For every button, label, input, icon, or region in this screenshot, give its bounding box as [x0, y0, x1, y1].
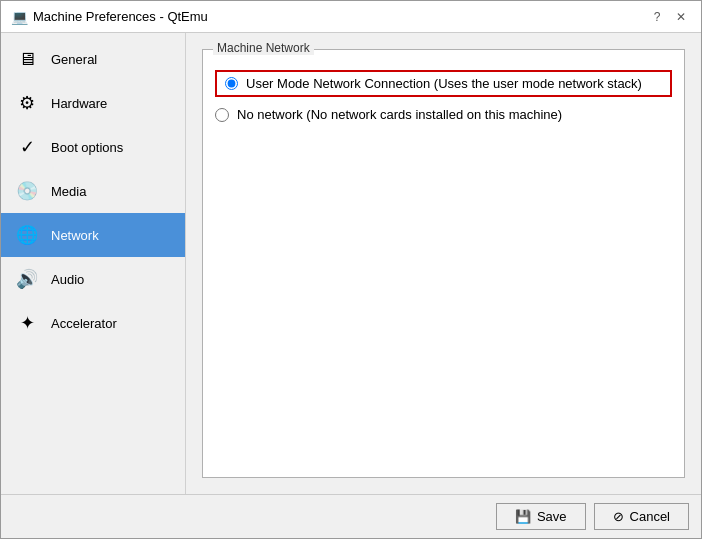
network-option-no-network[interactable]: No network (No network cards installed o… [215, 107, 672, 122]
sidebar-item-media[interactable]: 💿 Media [1, 169, 185, 213]
boot-options-icon: ✓ [13, 133, 41, 161]
sidebar-item-boot-options[interactable]: ✓ Boot options [1, 125, 185, 169]
content-area: 🖥 General ⚙ Hardware ✓ Boot options 💿 Me… [1, 33, 701, 494]
save-label: Save [537, 509, 567, 524]
accelerator-icon: ✦ [13, 309, 41, 337]
window-title: Machine Preferences - QtEmu [33, 9, 208, 24]
sidebar-item-general[interactable]: 🖥 General [1, 37, 185, 81]
network-label: Network [51, 228, 99, 243]
audio-label: Audio [51, 272, 84, 287]
help-button[interactable]: ? [647, 7, 667, 27]
media-icon: 💿 [13, 177, 41, 205]
boot-options-label: Boot options [51, 140, 123, 155]
audio-icon: 🔊 [13, 265, 41, 293]
hardware-label: Hardware [51, 96, 107, 111]
save-button[interactable]: 💾 Save [496, 503, 586, 530]
close-button[interactable]: ✕ [671, 7, 691, 27]
sidebar-item-audio[interactable]: 🔊 Audio [1, 257, 185, 301]
network-group: Machine Network User Mode Network Connec… [202, 49, 685, 478]
main-window: 💻 Machine Preferences - QtEmu ? ✕ 🖥 Gene… [0, 0, 702, 539]
network-icon: 🌐 [13, 221, 41, 249]
accelerator-label: Accelerator [51, 316, 117, 331]
media-label: Media [51, 184, 86, 199]
cancel-icon: ⊘ [613, 509, 624, 524]
titlebar: 💻 Machine Preferences - QtEmu ? ✕ [1, 1, 701, 33]
sidebar-item-network[interactable]: 🌐 Network [1, 213, 185, 257]
general-label: General [51, 52, 97, 67]
titlebar-left: 💻 Machine Preferences - QtEmu [11, 9, 208, 25]
cancel-label: Cancel [630, 509, 670, 524]
sidebar-item-hardware[interactable]: ⚙ Hardware [1, 81, 185, 125]
network-option-user-mode[interactable]: User Mode Network Connection (Uses the u… [215, 70, 672, 97]
general-icon: 🖥 [13, 45, 41, 73]
radio-label-no-network: No network (No network cards installed o… [237, 107, 562, 122]
save-icon: 💾 [515, 509, 531, 524]
radio-user-mode[interactable] [225, 77, 238, 90]
group-title: Machine Network [213, 41, 314, 55]
footer: 💾 Save ⊘ Cancel [1, 494, 701, 538]
radio-no-network[interactable] [215, 108, 229, 122]
network-options: User Mode Network Connection (Uses the u… [215, 70, 672, 122]
app-icon: 💻 [11, 9, 27, 25]
radio-label-user-mode: User Mode Network Connection (Uses the u… [246, 76, 642, 91]
main-content: Machine Network User Mode Network Connec… [186, 33, 701, 494]
sidebar: 🖥 General ⚙ Hardware ✓ Boot options 💿 Me… [1, 33, 186, 494]
sidebar-item-accelerator[interactable]: ✦ Accelerator [1, 301, 185, 345]
titlebar-controls: ? ✕ [647, 7, 691, 27]
hardware-icon: ⚙ [13, 89, 41, 117]
cancel-button[interactable]: ⊘ Cancel [594, 503, 689, 530]
